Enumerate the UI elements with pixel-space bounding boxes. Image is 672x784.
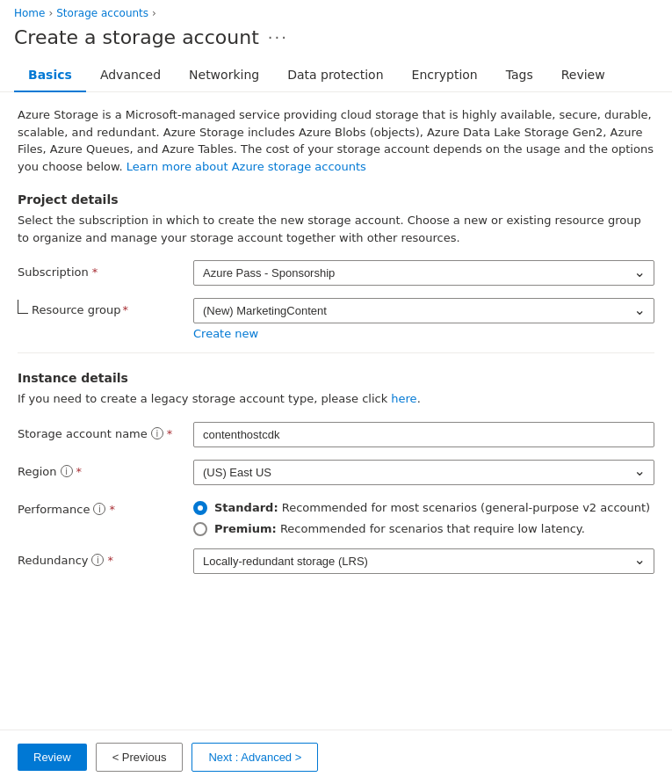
storage-name-control bbox=[193, 422, 654, 447]
storage-name-row: Storage account name i * bbox=[18, 422, 654, 447]
instance-details-desc: If you need to create a legacy storage a… bbox=[18, 390, 654, 408]
resource-group-select-wrapper: (New) MarketingContent bbox=[193, 298, 654, 323]
breadcrumb-home[interactable]: Home bbox=[14, 7, 45, 19]
learn-more-link[interactable]: Learn more about Azure storage accounts bbox=[126, 160, 366, 173]
performance-standard-option[interactable]: Standard: Recommended for most scenarios… bbox=[193, 501, 654, 515]
region-label: Region i * bbox=[18, 460, 193, 478]
page-header: Create a storage account ··· bbox=[0, 23, 672, 59]
subscription-row: Subscription * Azure Pass - Sponsorship bbox=[18, 260, 654, 286]
region-select-wrapper: (US) East US bbox=[193, 460, 654, 485]
previous-button[interactable]: < Previous bbox=[96, 743, 184, 772]
performance-info-icon[interactable]: i bbox=[93, 503, 105, 515]
subscription-select[interactable]: Azure Pass - Sponsorship bbox=[193, 260, 654, 286]
create-new-link[interactable]: Create new bbox=[193, 327, 654, 340]
region-info-icon[interactable]: i bbox=[61, 465, 73, 477]
subscription-select-wrapper: Azure Pass - Sponsorship bbox=[193, 260, 654, 286]
region-required: * bbox=[76, 465, 83, 478]
tab-advanced[interactable]: Advanced bbox=[86, 59, 175, 92]
tab-encryption[interactable]: Encryption bbox=[398, 59, 492, 92]
resource-group-select[interactable]: (New) MarketingContent bbox=[193, 298, 654, 323]
tab-basics[interactable]: Basics bbox=[14, 59, 86, 92]
redundancy-required: * bbox=[107, 554, 113, 567]
review-button[interactable]: Review bbox=[18, 744, 87, 771]
performance-control: Standard: Recommended for most scenarios… bbox=[193, 497, 654, 536]
performance-required: * bbox=[109, 503, 115, 516]
resource-group-row: Resource group * (New) MarketingContent … bbox=[18, 298, 654, 340]
resource-group-required: * bbox=[123, 303, 129, 316]
storage-name-input[interactable] bbox=[193, 422, 654, 447]
breadcrumb-sep2: › bbox=[152, 7, 156, 19]
tab-data-protection[interactable]: Data protection bbox=[273, 59, 397, 92]
divider-1 bbox=[18, 352, 654, 353]
region-row: Region i * (US) East US bbox=[18, 460, 654, 485]
project-details-desc: Select the subscription in which to crea… bbox=[18, 212, 654, 246]
intro-description: Azure Storage is a Microsoft-managed ser… bbox=[18, 106, 654, 175]
page-title: Create a storage account bbox=[14, 26, 259, 48]
performance-label: Performance i * bbox=[18, 497, 193, 516]
subscription-label: Subscription * bbox=[18, 260, 193, 279]
next-button[interactable]: Next : Advanced > bbox=[191, 743, 318, 772]
project-details-title: Project details bbox=[18, 192, 654, 207]
region-control: (US) East US bbox=[193, 460, 654, 485]
breadcrumb: Home › Storage accounts › bbox=[0, 0, 672, 23]
tab-networking[interactable]: Networking bbox=[175, 59, 273, 92]
instance-details-title: Instance details bbox=[18, 371, 654, 385]
tabs-nav: Basics Advanced Networking Data protecti… bbox=[0, 59, 672, 92]
breadcrumb-storage[interactable]: Storage accounts bbox=[56, 7, 148, 19]
footer: Review < Previous Next : Advanced > bbox=[0, 730, 672, 784]
performance-row: Performance i * Standard: Recommended fo… bbox=[18, 497, 654, 536]
storage-name-label: Storage account name i * bbox=[18, 422, 193, 440]
performance-standard-label: Standard: Recommended for most scenarios… bbox=[214, 501, 650, 514]
tab-review[interactable]: Review bbox=[547, 59, 619, 92]
storage-name-required: * bbox=[167, 427, 173, 440]
subscription-required: * bbox=[92, 265, 98, 279]
redundancy-select-wrapper: Locally-redundant storage (LRS) bbox=[193, 548, 654, 574]
redundancy-info-icon[interactable]: i bbox=[91, 554, 104, 566]
redundancy-row: Redundancy i * Locally-redundant storage… bbox=[18, 548, 654, 574]
redundancy-label: Redundancy i * bbox=[18, 548, 193, 567]
performance-premium-label: Premium: Recommended for scenarios that … bbox=[214, 522, 585, 535]
resource-group-control: (New) MarketingContent Create new bbox=[193, 298, 654, 340]
subscription-control: Azure Pass - Sponsorship bbox=[193, 260, 654, 286]
performance-radio-group: Standard: Recommended for most scenarios… bbox=[193, 497, 654, 536]
storage-name-info-icon[interactable]: i bbox=[151, 427, 163, 439]
resource-group-label: Resource group bbox=[32, 303, 121, 316]
performance-premium-radio[interactable] bbox=[193, 522, 207, 536]
performance-standard-radio[interactable] bbox=[193, 501, 207, 515]
legacy-here-link[interactable]: here bbox=[391, 392, 416, 405]
redundancy-control: Locally-redundant storage (LRS) bbox=[193, 548, 654, 574]
tab-tags[interactable]: Tags bbox=[492, 59, 547, 92]
page-options-button[interactable]: ··· bbox=[268, 28, 288, 47]
resource-group-label-container: Resource group * bbox=[18, 298, 193, 316]
redundancy-select[interactable]: Locally-redundant storage (LRS) bbox=[193, 548, 654, 574]
region-select[interactable]: (US) East US bbox=[193, 460, 654, 485]
breadcrumb-sep1: › bbox=[48, 7, 53, 19]
performance-premium-option[interactable]: Premium: Recommended for scenarios that … bbox=[193, 522, 654, 536]
